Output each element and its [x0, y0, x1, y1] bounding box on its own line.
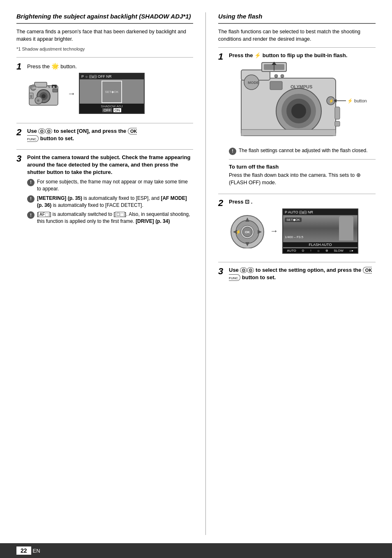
control-icon-1: ⊙ [38, 128, 45, 134]
control-icon-2: ⊙ [45, 128, 52, 134]
svg-text:🗑: 🗑 [30, 95, 33, 98]
press2-arrow: → [270, 226, 278, 236]
shadow-adj-label: SHADOW ADJ [81, 104, 142, 108]
flash-note: ! The flash settings cannot be adjusted … [229, 147, 376, 155]
step-2-title: Use ⊙⊙ to select [ON], and press the OKF… [27, 127, 193, 142]
flash-top-text: P AUTO ((ψ)) NR [285, 210, 313, 214]
flash-note-text: The flash settings cannot be adjusted wi… [239, 147, 368, 154]
turnoff-text: Press the flash down back into the camer… [229, 171, 376, 186]
left-section-title: Brightening the subject against backligh… [16, 12, 193, 24]
flash-bottom-bar: AUTO ⊙ ↑ ☼ ⊛ SLOW ☼▸ [283, 248, 357, 253]
press2-image-row: OK ⚡ → P AUTO ((ψ)) NR [229, 208, 376, 254]
svg-rect-36 [335, 107, 340, 119]
svg-point-4 [42, 94, 46, 98]
right-step-num-1: 1 [218, 52, 226, 62]
right-control-1: ⊙ [240, 267, 247, 273]
svg-text:⚡: ⚡ [329, 98, 334, 104]
content-area: Brightening the subject against backligh… [0, 0, 392, 543]
svg-point-34 [274, 74, 278, 78]
right-step-3: 3 Use ⊙⊙ to select the setting option, a… [218, 266, 376, 284]
right-divider-2 [229, 159, 376, 160]
screen-top-bar: P ☼ ((ψ)) OFF NR [80, 74, 144, 79]
af-icon: AF⬚ [38, 212, 50, 217]
set-ok-text: SET◆OK [105, 90, 118, 94]
svg-text:UNC: UNC [32, 87, 38, 89]
flash-photo-area: SET◆OK 1/400 – F3.5 [283, 216, 357, 241]
right-step-3-content: Use ⊙⊙ to select the setting option, and… [229, 266, 376, 284]
right-step-num-3: 3 [218, 266, 226, 276]
camera-screen: P ☼ ((ψ)) OFF NR SET◆OK SHADOW ADJ [79, 73, 145, 114]
step-num-2: 2 [16, 127, 25, 137]
flash-bar-sun: ☼ [317, 249, 320, 252]
flash-bar-slow: SLOW [334, 249, 344, 252]
screen-top-text: P ☼ ((ψ)) OFF NR [81, 74, 112, 79]
flash-bar-up: ↑ [310, 249, 311, 252]
right-column: Using the flash The flash functions can … [205, 12, 376, 535]
footer: 22 EN [0, 543, 392, 558]
left-column: Brightening the subject against backligh… [16, 12, 193, 535]
right-divider-1 [218, 47, 376, 48]
step-num-1: 1 [16, 62, 25, 72]
note-icon-3: ! [27, 211, 35, 219]
flash-bar-auto: AUTO [287, 249, 296, 252]
right-section-title: Using the flash [218, 12, 376, 24]
on-label: ON [113, 108, 122, 112]
svg-text:⚡: ⚡ [235, 229, 241, 235]
divider-3 [16, 149, 193, 150]
note-1: ! For some subjects, the frame may not a… [27, 178, 193, 192]
svg-text:⏏: ⏏ [53, 86, 55, 88]
right-step-1-title: Press the ⚡ button to flip up the built-… [229, 52, 376, 59]
off-on-label: OFF ON [81, 108, 142, 112]
left-step-1: 1 Press the 🌟 button. [16, 62, 193, 119]
lang-label: EN [33, 548, 40, 554]
right-step-1-content: Press the ⚡ button to flip up the built-… [229, 52, 376, 190]
page-number: 22 [16, 546, 31, 555]
flash-bar-off: ⊛ [325, 249, 328, 252]
flash-bar-end: ☼▸ [349, 249, 353, 252]
svg-text:⚙: ⚙ [37, 99, 39, 102]
svg-text:MODE: MODE [248, 81, 259, 85]
svg-point-24 [291, 104, 306, 118]
right-divider-4 [218, 262, 376, 262]
right-control-2: ⊙ [247, 267, 254, 273]
control-wheel-svg: OK ⚡ [229, 213, 266, 248]
step1-text: Press the [27, 63, 51, 69]
step-num-3: 3 [16, 154, 25, 164]
shutter-info: 1/400 – F3.5 [285, 235, 303, 239]
drive-label: [DRIVE] (p. 34) [136, 218, 170, 224]
left-step-3: 3 Point the camera toward the subject. C… [16, 154, 193, 227]
screen-photo-area: SET◆OK [80, 80, 144, 103]
note-icon-2: ! [27, 195, 35, 203]
person-silhouette [339, 216, 353, 241]
right-step-2-content: Press ⊡ . [229, 198, 376, 257]
left-intro: The camera finds a person's face that ha… [16, 28, 193, 44]
step1-arrow: → [67, 89, 76, 98]
step1-icon: 🌟 [51, 63, 59, 69]
svg-rect-38 [241, 130, 336, 136]
right-divider-3 [218, 194, 376, 194]
flash-diagram-container: MODE OLYMPUS ⚡ ⚡ button [229, 62, 376, 143]
note-3: ! [AF⬚] is automatically switched to [☐⬚… [27, 211, 193, 225]
right-step-1: 1 Press the ⚡ button to flip up the buil… [218, 52, 376, 190]
svg-text:OLYMPUS: OLYMPUS [291, 84, 312, 89]
divider-2 [16, 123, 193, 123]
note-icon-1: ! [27, 179, 35, 186]
flash-mode-label: FLASH AUTO [283, 242, 357, 247]
svg-text:↯: ↯ [48, 85, 51, 89]
seq-icon: ☐⬚ [115, 212, 125, 217]
note-1-text: For some subjects, the frame may not app… [37, 178, 193, 192]
note-2-text: [METERING] (p. 35) is automatically fixe… [37, 195, 193, 209]
step-1-content: Press the 🌟 button. [27, 62, 193, 119]
flash-screen-top: P AUTO ((ψ)) NR [283, 209, 357, 215]
flash-camera-svg: MODE OLYMPUS ⚡ ⚡ button [229, 62, 369, 142]
step1-image-row: UNC ↯ ⏏ ⚙ [27, 73, 193, 114]
turnoff-subheading: To turn off the flash [229, 164, 376, 170]
left-footnote: *1 Shadow adjustment technology [16, 46, 193, 51]
step-3-content: Point the camera toward the subject. Che… [27, 154, 193, 227]
page: Brightening the subject against backligh… [0, 0, 392, 558]
face-frame: SET◆OK [101, 81, 122, 103]
note-2: ! [METERING] (p. 35) is automatically fi… [27, 195, 193, 209]
metering-label: [METERING] (p. 35) [37, 195, 82, 201]
svg-text:⚡ button: ⚡ button [347, 98, 367, 104]
svg-point-35 [281, 74, 284, 78]
